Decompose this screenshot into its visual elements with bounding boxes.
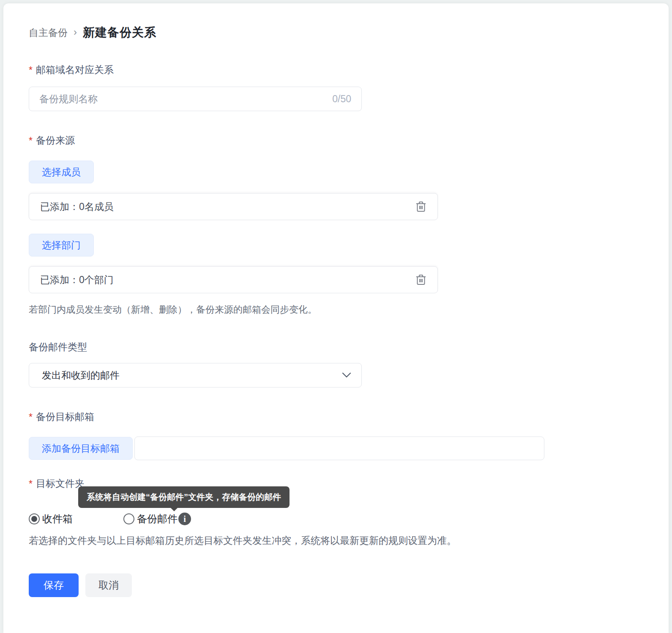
form-actions: 保存 取消 (29, 573, 669, 597)
save-button[interactable]: 保存 (29, 573, 79, 597)
mail-type-label: 备份邮件类型 (29, 341, 669, 354)
breadcrumb-parent-link[interactable]: 自主备份 (29, 26, 68, 39)
target-folder-label-text: 目标文件夹 (36, 477, 85, 490)
rule-name-label: * 邮箱域名对应关系 (29, 63, 669, 76)
mail-type-label-text: 备份邮件类型 (29, 341, 87, 354)
breadcrumb-separator-icon: › (74, 26, 77, 38)
cancel-button[interactable]: 取消 (85, 573, 132, 597)
radio-option-backup-mail[interactable]: 备份邮件 i (123, 512, 191, 526)
radio-selected-icon[interactable] (29, 513, 40, 524)
page-title: 新建备份关系 (83, 25, 156, 41)
target-mailbox-label: * 备份目标邮箱 (29, 410, 669, 423)
add-target-mailbox-button[interactable]: 添加备份目标邮箱 (29, 437, 133, 460)
required-asterisk: * (29, 478, 33, 490)
mail-type-selected-value: 发出和收到的邮件 (42, 369, 342, 382)
trash-icon[interactable] (415, 274, 426, 286)
members-summary-box: 已添加：0名成员 (29, 193, 438, 220)
backup-source-label: * 备份来源 (29, 134, 669, 147)
folder-radio-group: 收件箱 备份邮件 i (29, 512, 669, 526)
select-departments-button[interactable]: 选择部门 (29, 234, 94, 256)
departments-added-text: 已添加：0个部门 (40, 273, 415, 286)
trash-icon[interactable] (415, 201, 426, 213)
rule-name-input[interactable] (39, 93, 327, 105)
radio-unselected-icon[interactable] (123, 513, 134, 524)
radio-backup-mail-label: 备份邮件 (137, 512, 178, 526)
backup-source-label-text: 备份来源 (36, 134, 75, 147)
char-counter: 0/50 (332, 93, 351, 105)
folder-tooltip: 系统将自动创建“备份邮件”文件夹，存储备份的邮件 (78, 486, 290, 508)
target-mailbox-label-text: 备份目标邮箱 (36, 410, 94, 423)
required-asterisk: * (29, 65, 33, 76)
folder-tooltip-text: 系统将自动创建“备份邮件”文件夹，存储备份的邮件 (87, 492, 281, 502)
main-panel: 自主备份 › 新建备份关系 * 邮箱域名对应关系 0/50 * 备份来源 选择成… (3, 3, 669, 633)
rule-name-label-text: 邮箱域名对应关系 (36, 63, 114, 76)
mail-type-select[interactable]: 发出和收到的邮件 (29, 363, 362, 387)
radio-inbox-label: 收件箱 (42, 512, 73, 526)
select-members-button[interactable]: 选择成员 (29, 161, 94, 183)
breadcrumb: 自主备份 › 新建备份关系 (29, 25, 669, 41)
folder-conflict-hint: 若选择的文件夹与以上目标邮箱历史所选目标文件夹发生冲突，系统将以最新更新的规则设… (29, 534, 669, 547)
radio-option-inbox[interactable]: 收件箱 (29, 512, 73, 526)
required-asterisk: * (29, 135, 33, 147)
members-added-text: 已添加：0名成员 (40, 200, 415, 213)
target-folder-section: * 目标文件夹 系统将自动创建“备份邮件”文件夹，存储备份的邮件 收件箱 备份邮… (29, 477, 669, 547)
chevron-down-icon (342, 372, 351, 378)
required-asterisk: * (29, 412, 33, 423)
departments-summary-box: 已添加：0个部门 (29, 266, 438, 293)
info-icon[interactable]: i (178, 513, 191, 525)
target-mailbox-list-box[interactable] (134, 437, 544, 460)
tooltip-arrow (170, 507, 178, 511)
department-change-hint: 若部门内成员发生变动（新增、删除），备份来源的邮箱会同步变化。 (29, 303, 669, 316)
rule-name-input-wrap: 0/50 (29, 87, 362, 111)
